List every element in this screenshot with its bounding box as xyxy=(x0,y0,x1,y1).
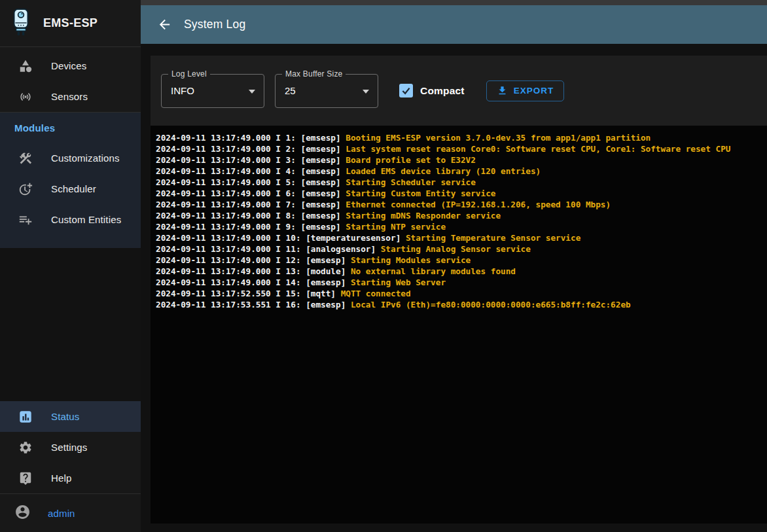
log-line-message: Starting Scheduler service xyxy=(346,177,476,187)
log-line-prefix: 2024-09-11 13:17:49.000 I 11: [analogsen… xyxy=(156,244,381,254)
log-line: 2024-09-11 13:17:49.000 I 3: [emsesp] Bo… xyxy=(156,154,767,166)
log-console[interactable]: 2024-09-11 13:17:49.000 I 1: [emsesp] Bo… xyxy=(151,126,767,523)
main-area: System Log Log Level INFO Max Buffer Siz… xyxy=(141,0,767,532)
log-line-prefix: 2024-09-11 13:17:49.000 I 2: [emsesp] xyxy=(156,144,346,154)
help-question-icon xyxy=(18,471,33,486)
boiler-logo-icon xyxy=(9,7,33,40)
log-line-prefix: 2024-09-11 13:17:49.000 I 3: [emsesp] xyxy=(156,155,346,165)
category-icon xyxy=(18,59,33,73)
more-time-clock-icon xyxy=(18,182,33,196)
sidebar-user-admin[interactable]: admin xyxy=(0,493,141,532)
app-logo-header: EMS-ESP xyxy=(0,0,141,47)
log-line-prefix: 2024-09-11 13:17:49.000 I 7: [emsesp] xyxy=(156,200,346,209)
log-controls-panel: Log Level INFO Max Buffer Size 25 Compac… xyxy=(151,56,767,126)
log-line-prefix: 2024-09-11 13:17:49.000 I 10: [temperatu… xyxy=(156,233,406,243)
account-circle-icon xyxy=(14,504,31,523)
log-line: 2024-09-11 13:17:49.000 I 11: [analogsen… xyxy=(156,243,767,255)
log-line: 2024-09-11 13:17:53.551 I 16: [emsesp] L… xyxy=(156,299,767,310)
download-icon xyxy=(497,85,508,96)
log-line: 2024-09-11 13:17:49.000 I 13: [module] N… xyxy=(156,266,767,277)
log-line-prefix: 2024-09-11 13:17:49.000 I 12: [emsesp] xyxy=(156,255,351,265)
log-line: 2024-09-11 13:17:49.000 I 7: [emsesp] Et… xyxy=(156,199,767,210)
log-line-prefix: 2024-09-11 13:17:49.000 I 13: [module] xyxy=(156,266,351,276)
log-line-prefix: 2024-09-11 13:17:49.000 I 4: [emsesp] xyxy=(156,166,346,176)
log-line-message: Last system reset reason Core0: Software… xyxy=(346,144,730,154)
log-level-value: INFO xyxy=(171,85,194,96)
max-buffer-size-select[interactable]: Max Buffer Size 25 xyxy=(275,74,378,108)
log-line: 2024-09-11 13:17:49.000 I 9: [emsesp] St… xyxy=(156,221,767,232)
log-line-message: Starting Analog Sensor service xyxy=(381,244,531,254)
log-line-message: Booting EMS-ESP version 3.7.0-dev.35 fro… xyxy=(346,133,651,143)
log-line: 2024-09-11 13:17:49.000 I 4: [emsesp] Lo… xyxy=(156,166,767,177)
sidebar-item-label: Sensors xyxy=(51,91,88,102)
log-line-message: No external library modules found xyxy=(351,266,516,276)
chevron-down-icon xyxy=(249,90,255,94)
sidebar-item-label: Scheduler xyxy=(51,183,96,194)
log-line-message: Starting Temperature Sensor service xyxy=(406,233,580,243)
bar-chart-status-icon xyxy=(18,410,33,424)
sidebar-item-sensors[interactable]: Sensors xyxy=(0,81,141,112)
sidebar-item-label: Status xyxy=(51,411,79,422)
top-strip xyxy=(141,0,767,5)
log-line: 2024-09-11 13:17:49.000 I 14: [emsesp] S… xyxy=(156,277,767,288)
sidebar-footer-nav: Status Settings Help xyxy=(0,401,141,493)
sensors-icon xyxy=(18,90,33,104)
max-buffer-size-value: 25 xyxy=(285,85,296,96)
log-level-select[interactable]: Log Level INFO xyxy=(161,74,264,108)
sidebar-item-customizations[interactable]: Customizations xyxy=(0,143,141,173)
chevron-down-icon xyxy=(363,90,369,94)
sidebar: EMS-ESP Devices Sensors xyxy=(0,0,141,532)
sidebar-item-custom-entities[interactable]: Custom Entities xyxy=(0,204,141,235)
log-line-prefix: 2024-09-11 13:17:52.550 I 15: [mqtt] xyxy=(156,289,341,298)
log-line-prefix: 2024-09-11 13:17:49.000 I 9: [emsesp] xyxy=(156,222,346,232)
sidebar-item-label: Custom Entities xyxy=(51,214,121,225)
log-line: 2024-09-11 13:17:52.550 I 15: [mqtt] MQT… xyxy=(156,288,767,299)
compact-label: Compact xyxy=(420,85,465,97)
log-line-prefix: 2024-09-11 13:17:49.000 I 8: [emsesp] xyxy=(156,211,346,221)
log-line-prefix: 2024-09-11 13:17:49.000 I 5: [emsesp] xyxy=(156,177,346,187)
back-arrow-icon[interactable] xyxy=(156,16,173,33)
page-title: System Log xyxy=(184,18,245,31)
log-line-prefix: 2024-09-11 13:17:49.000 I 6: [emsesp] xyxy=(156,188,346,198)
playlist-add-icon xyxy=(18,213,33,227)
log-line-message: Starting Modules service xyxy=(351,255,471,265)
log-line: 2024-09-11 13:17:49.000 I 1: [emsesp] Bo… xyxy=(156,132,767,143)
sidebar-item-label: Customizations xyxy=(51,152,120,164)
log-line-prefix: 2024-09-11 13:17:49.000 I 14: [emsesp] xyxy=(156,277,351,287)
sidebar-item-scheduler[interactable]: Scheduler xyxy=(0,173,141,204)
sidebar-item-label: Settings xyxy=(51,442,87,453)
log-line-message: MQTT connected xyxy=(341,289,411,298)
log-line-message: Ethernet connected (IP=192.168.1.206, sp… xyxy=(346,200,611,209)
export-button[interactable]: EXPORT xyxy=(486,80,565,101)
sidebar-primary-nav: Devices Sensors xyxy=(0,47,141,112)
log-line-message: Starting mDNS Responder service xyxy=(346,211,501,221)
settings-gear-icon xyxy=(18,440,33,455)
sidebar-item-devices[interactable]: Devices xyxy=(0,50,141,81)
log-level-label: Log Level xyxy=(168,69,210,79)
sidebar-item-status[interactable]: Status xyxy=(0,401,141,432)
sidebar-spacer xyxy=(0,248,141,401)
log-line-message: Local IPv6 (Eth)=fe80:0000:0000:0000:e66… xyxy=(351,300,631,310)
export-button-label: EXPORT xyxy=(514,86,554,96)
modules-section-header: Modules xyxy=(0,113,141,143)
log-line-prefix: 2024-09-11 13:17:49.000 I 1: [emsesp] xyxy=(156,133,346,143)
username-label: admin xyxy=(48,508,75,519)
log-line: 2024-09-11 13:17:49.000 I 12: [emsesp] S… xyxy=(156,255,767,266)
compact-checkbox[interactable] xyxy=(399,84,413,98)
app-bar: System Log xyxy=(141,5,767,44)
log-line: 2024-09-11 13:17:49.000 I 10: [temperatu… xyxy=(156,232,767,243)
log-line-message: Starting NTP service xyxy=(346,222,446,232)
log-line: 2024-09-11 13:17:49.000 I 8: [emsesp] St… xyxy=(156,210,767,221)
sidebar-item-help[interactable]: Help xyxy=(0,463,141,493)
sidebar-item-settings[interactable]: Settings xyxy=(0,432,141,463)
sidebar-item-label: Devices xyxy=(51,60,86,71)
app-title: EMS-ESP xyxy=(43,16,98,30)
compact-checkbox-group[interactable]: Compact xyxy=(399,84,465,98)
log-line: 2024-09-11 13:17:49.000 I 5: [emsesp] St… xyxy=(156,177,767,188)
construction-tools-icon xyxy=(18,151,33,166)
log-line-message: Board profile set to E32V2 xyxy=(346,155,476,165)
log-line-prefix: 2024-09-11 13:17:53.551 I 16: [emsesp] xyxy=(156,300,351,310)
max-buffer-size-label: Max Buffer Size xyxy=(282,69,346,79)
log-line-message: Starting Custom Entity service xyxy=(346,188,495,198)
sidebar-item-label: Help xyxy=(51,472,71,484)
